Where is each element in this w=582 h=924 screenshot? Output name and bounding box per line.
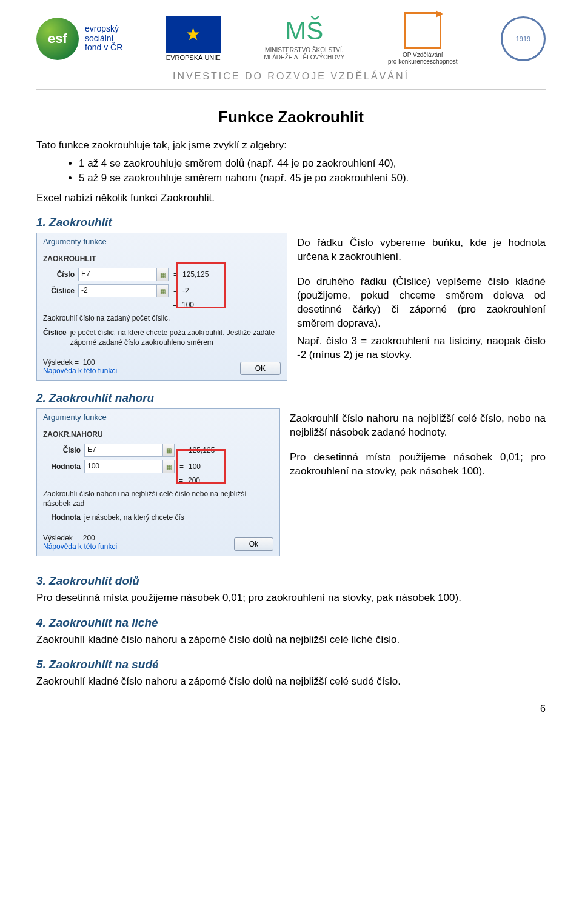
range-picker-icon[interactable]: ▦ xyxy=(156,268,169,281)
eu-flag-icon: ★ xyxy=(166,16,221,53)
dialog-description: Zaokrouhlí číslo nahoru na nejbližší cel… xyxy=(43,490,273,508)
dialog-zaokr-nahoru: Argumenty funkce ZAOKR.NAHORU Číslo E7 ▦… xyxy=(36,408,280,556)
equals-icon: = xyxy=(173,270,178,279)
sec2-p2: Pro desetinná místa použijeme násobek 0,… xyxy=(290,451,546,479)
section-1-heading: 1. Zaokrouhlit xyxy=(36,216,546,229)
field-input-cislice[interactable]: -2 xyxy=(78,284,157,297)
range-picker-icon[interactable]: ▦ xyxy=(156,284,169,297)
help-link[interactable]: Nápověda k této funkci xyxy=(43,367,117,375)
opvk-line: OP Vzdělávání xyxy=(403,52,443,58)
arg-name: Číslice xyxy=(43,328,70,347)
intro-bullets: 1 až 4 se zaokrouhluje směrem dolů (např… xyxy=(55,156,546,185)
sec1-p2: Do druhého řádku (Číslice) vepíšeme čísl… xyxy=(297,275,546,331)
calc-result: 100 xyxy=(182,301,194,309)
eu-label: EVROPSKÁ UNIE xyxy=(166,54,221,61)
msmt-logo: MŠ MINISTERSTVO ŠKOLSTVÍ, MLÁDEŽE A TĚLO… xyxy=(264,16,344,61)
sec5-text: Zaokrouhlí kladné číslo nahoru a záporné… xyxy=(36,675,546,689)
field-input-cislo[interactable]: E7 xyxy=(78,268,157,281)
section-3-heading: 3. Zaokrouhlit dolů xyxy=(36,574,546,588)
field-label-cislo: Číslo xyxy=(43,270,78,279)
list-item: 5 až 9 se zaokrouhluje směrem nahoru (na… xyxy=(79,171,546,185)
calc-result: 200 xyxy=(188,476,200,485)
sec4-text: Zaokrouhlí kladné číslo nahoru a záporné… xyxy=(36,633,546,647)
list-item: 1 až 4 se zaokrouhluje směrem dolů (např… xyxy=(79,156,546,171)
section-4-heading: 4. Zaokrouhlit na liché xyxy=(36,616,546,630)
range-picker-icon[interactable]: ▦ xyxy=(162,460,175,473)
eu-logo: ★ EVROPSKÁ UNIE xyxy=(166,16,221,61)
school-seal-icon: 1919 xyxy=(501,16,546,61)
page-title: Funkce Zaokrouhlit xyxy=(36,108,546,127)
result-label: Výsledek = xyxy=(43,358,79,367)
page-number: 6 xyxy=(36,703,546,714)
dialog-description: Zaokrouhlí číslo na zadaný počet číslic. xyxy=(43,314,281,324)
opvk-line: pro konkurenceschopnost xyxy=(388,58,458,65)
equals-icon: = xyxy=(173,287,178,295)
sec1-p1: Do řádku Číslo vybereme buňku, kde je ho… xyxy=(297,236,546,264)
equals-icon: = xyxy=(179,476,183,485)
field-result: 125,125 xyxy=(182,270,209,279)
esf-icon: esf xyxy=(36,18,79,60)
section-5-heading: 5. Zaokrouhlit na sudé xyxy=(36,658,546,671)
sec3-text: Pro desetinná místa použijeme násobek 0,… xyxy=(36,591,546,605)
range-picker-icon[interactable]: ▦ xyxy=(162,444,175,457)
msmt-line: MLÁDEŽE A TĚLOVÝCHOVY xyxy=(264,54,344,61)
ok-button[interactable]: OK xyxy=(240,362,281,375)
msmt-line: MINISTERSTVO ŠKOLSTVÍ, xyxy=(265,47,343,54)
intro-text: Tato funkce zaokrouhluje tak, jak jsme z… xyxy=(36,139,546,153)
result-value: 100 xyxy=(83,358,95,367)
ok-button[interactable]: Ok xyxy=(234,537,273,551)
arg-name: Hodnota xyxy=(43,513,84,523)
investice-tagline: INVESTICE DO ROZVOJE VZDĚLÁVÁNÍ xyxy=(36,71,546,90)
result-label: Výsledek = xyxy=(43,534,79,542)
field-label-cislo: Číslo xyxy=(43,446,84,454)
dialog-title: Argumenty funkce xyxy=(37,409,279,425)
esf-text: evropský sociální fond v ČR xyxy=(85,24,122,52)
equals-icon: = xyxy=(179,462,184,471)
opvk-logo: OP Vzdělávání pro konkurenceschopnost xyxy=(388,12,458,65)
equals-icon: = xyxy=(179,446,184,454)
dialog-zaokrouhlit: Argumenty funkce ZAOKROUHLIT Číslo E7 ▦ … xyxy=(36,233,287,381)
opvk-icon xyxy=(404,12,441,49)
sec1-p3: Např. číslo 3 = zaokrouhlení na tisíciny… xyxy=(297,334,546,362)
field-input-hodnota[interactable]: 100 xyxy=(84,460,163,473)
msmt-icon: MŠ xyxy=(285,16,323,46)
esf-logo: esf evropský sociální fond v ČR xyxy=(36,18,122,60)
function-name: ZAOKR.NAHORU xyxy=(43,430,273,439)
field-result: -2 xyxy=(182,287,189,295)
esf-line: evropský xyxy=(85,24,122,33)
excel-intro: Excel nabízí několik funkcí Zaokrouhlit. xyxy=(36,191,546,205)
equals-icon: = xyxy=(173,301,177,309)
field-result: 125,125 xyxy=(189,446,215,454)
arg-desc: je násobek, na který chcete čís xyxy=(84,513,184,523)
section-2-heading: 2. Zaokrouhlit nahoru xyxy=(36,391,546,405)
arg-desc: je počet číslic, na které chcete poža za… xyxy=(70,328,281,347)
result-value: 200 xyxy=(83,534,95,542)
esf-line: sociální xyxy=(85,34,122,43)
esf-line: fond v ČR xyxy=(85,43,122,52)
header-logos: esf evropský sociální fond v ČR ★ EVROPS… xyxy=(36,12,546,65)
help-link[interactable]: Nápověda k této funkci xyxy=(43,542,117,551)
dialog-title: Argumenty funkce xyxy=(37,233,287,250)
field-result: 100 xyxy=(189,462,201,471)
field-label-cislice: Číslice xyxy=(43,287,78,295)
field-label-hodnota: Hodnota xyxy=(43,462,84,471)
sec2-p1: Zaokrouhlí číslo nahoru na nejbližší cel… xyxy=(290,412,546,440)
field-input-cislo[interactable]: E7 xyxy=(84,444,163,457)
function-name: ZAOKROUHLIT xyxy=(43,254,281,263)
